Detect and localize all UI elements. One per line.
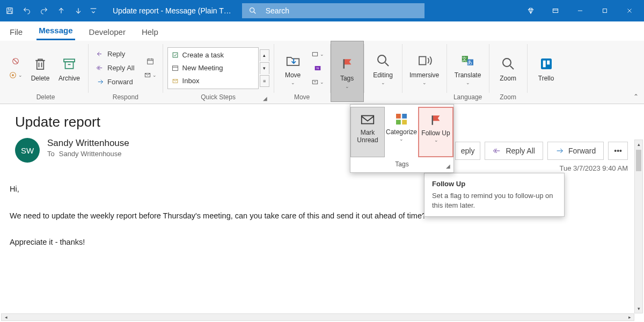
message-actions: eply Reply All Forward ••• [455, 142, 628, 160]
svg-rect-14 [173, 53, 178, 57]
svg-rect-15 [172, 66, 178, 71]
scroll-left-icon[interactable]: ◂ [2, 314, 10, 320]
rules-icon[interactable]: ⌄ [310, 48, 326, 61]
categories-icon [393, 111, 409, 127]
qs-down-icon[interactable]: ▾ [260, 62, 269, 74]
ribbon-tabs: File Message Developer Help [0, 21, 644, 41]
tags-dropdown-panel: Mark Unread Categorize⌄ Follow Up⌄ Tags … [350, 104, 454, 173]
group-tags: Tags⌄ [331, 41, 364, 104]
zoom-button[interactable]: Zoom [494, 45, 523, 92]
message-subject: Update report [15, 114, 629, 130]
qat-customize-icon[interactable] [88, 3, 99, 18]
action-forward[interactable]: Forward [547, 142, 604, 160]
collapse-ribbon-icon[interactable]: ⌃ [633, 93, 639, 100]
svg-rect-32 [362, 116, 374, 124]
svg-text:あ: あ [467, 60, 472, 65]
scroll-up-icon[interactable]: ▴ [635, 140, 642, 149]
reply-button[interactable]: Reply [93, 48, 138, 61]
group-language: 文あ Translate⌄ Language [447, 41, 489, 104]
group-label-delete: Delete [8, 93, 84, 103]
group-respond: Reply Reply All Forward ⌄ Respond [89, 41, 163, 104]
read-aloud-icon [416, 51, 433, 70]
svg-text:N: N [316, 67, 318, 70]
qs-inbox[interactable]: Inbox [169, 75, 257, 87]
ribbon: ⌄ Delete Archive Delete Reply Reply All … [0, 41, 644, 104]
down-arrow-icon[interactable] [71, 3, 86, 18]
window-controls [518, 0, 642, 21]
sender-name: Sandy Writtenhouse [47, 138, 129, 149]
follow-up-button[interactable]: Follow Up⌄ [418, 107, 453, 157]
svg-rect-35 [396, 120, 401, 125]
editing-button[interactable]: Editing⌄ [369, 45, 398, 92]
scroll-thumb[interactable] [636, 150, 641, 171]
svg-rect-2 [8, 11, 12, 14]
svg-rect-23 [419, 56, 426, 64]
tooltip-title: Follow Up [432, 180, 557, 188]
group-label-zoom: Zoom [494, 93, 523, 103]
scroll-right-icon[interactable]: ▸ [625, 314, 634, 320]
categorize-button[interactable]: Categorize⌄ [385, 107, 418, 157]
minimize-button[interactable] [568, 0, 592, 21]
ignore-icon[interactable] [8, 55, 24, 68]
redo-icon[interactable] [36, 3, 52, 18]
ribbon-mode-icon[interactable] [543, 0, 568, 21]
archive-button[interactable]: Archive [55, 45, 84, 92]
avatar: SW [15, 138, 40, 163]
launcher-icon[interactable]: ◢ [446, 163, 450, 169]
tab-message[interactable]: Message [36, 22, 75, 40]
tab-file[interactable]: File [8, 24, 25, 40]
reply-all-button[interactable]: Reply All [93, 62, 138, 75]
message-timestamp: Tue 3/7/2023 9:40 AM [560, 164, 628, 172]
onenote-icon[interactable]: N [310, 62, 326, 75]
close-button[interactable] [617, 0, 642, 21]
tab-help[interactable]: Help [140, 24, 160, 40]
svg-rect-21 [343, 60, 345, 69]
search-input[interactable]: Search [242, 3, 425, 18]
actions-icon[interactable]: ⌄ [310, 76, 326, 89]
svg-rect-12 [147, 59, 153, 64]
premium-icon[interactable] [518, 0, 543, 21]
trello-button[interactable]: Trello [532, 45, 561, 92]
vertical-scrollbar[interactable]: ▴ ▾ [634, 140, 643, 313]
scroll-down-icon[interactable]: ▾ [635, 304, 642, 313]
junk-icon[interactable]: ⌄ [8, 69, 24, 82]
qs-new-meeting[interactable]: New Meeting [169, 62, 257, 75]
move-button[interactable]: Move⌄ [279, 45, 308, 92]
more-respond-icon[interactable]: ⌄ [142, 69, 158, 82]
maximize-button[interactable] [592, 0, 617, 21]
group-label-respond: Respond [93, 93, 158, 103]
horizontal-scrollbar[interactable]: ◂ ▸ [1, 313, 634, 321]
immersive-button[interactable]: Immersive⌄ [407, 45, 442, 92]
tooltip-body: Set a flag to remind you to follow-up on… [432, 191, 557, 210]
flag-icon [339, 54, 355, 74]
translate-button[interactable]: 文あ Translate⌄ [451, 45, 485, 92]
group-move: Move⌄ ⌄ N ⌄ Move [274, 41, 330, 104]
qs-create-task[interactable]: Create a task [169, 49, 257, 62]
svg-rect-5 [603, 9, 607, 13]
svg-rect-4 [553, 9, 558, 13]
tags-button[interactable]: Tags⌄ [331, 41, 364, 102]
action-reply-peek[interactable]: eply [455, 142, 481, 160]
archive-icon [61, 54, 77, 74]
quick-access-toolbar [2, 3, 99, 18]
undo-icon[interactable] [19, 3, 34, 18]
zoom-icon [500, 54, 516, 74]
action-reply-all[interactable]: Reply All [485, 142, 543, 160]
svg-rect-17 [312, 52, 317, 56]
tab-developer[interactable]: Developer [87, 24, 128, 40]
quick-steps-gallery[interactable]: Create a task New Meeting Inbox [167, 47, 259, 89]
svg-rect-30 [543, 61, 545, 68]
message-header: Update report SW Sandy Writtenhouse ToSa… [0, 104, 644, 166]
qs-more-icon[interactable]: ≡ [260, 75, 269, 87]
delete-button[interactable]: Delete [26, 45, 55, 92]
save-icon[interactable] [2, 3, 17, 18]
trello-icon [538, 54, 554, 74]
qs-up-icon[interactable]: ▴ [260, 49, 269, 61]
meeting-reply-icon[interactable] [142, 55, 158, 68]
forward-button[interactable]: Forward [93, 76, 138, 89]
mark-unread-button[interactable]: Mark Unread [350, 107, 385, 157]
up-arrow-icon[interactable] [54, 3, 69, 18]
action-more[interactable]: ••• [608, 142, 628, 160]
launcher-icon[interactable]: ◢ [263, 96, 267, 101]
svg-point-8 [12, 74, 14, 76]
